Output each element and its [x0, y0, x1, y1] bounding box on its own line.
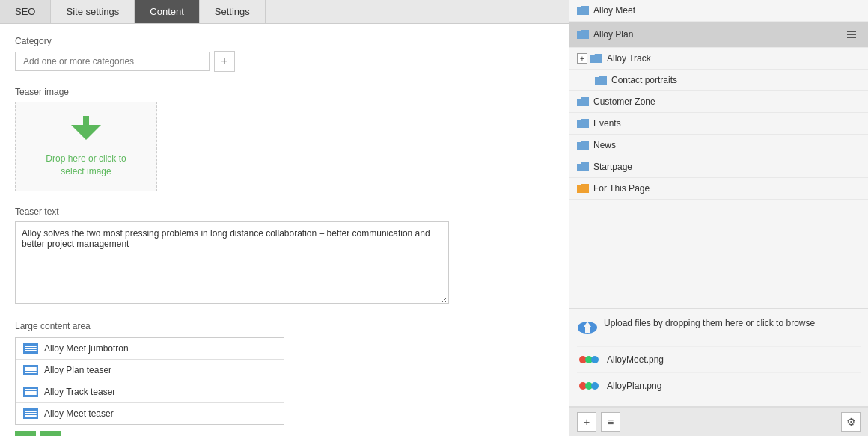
- tree-item-news[interactable]: News: [569, 135, 868, 156]
- block-icon-2: [23, 387, 38, 397]
- add-category-button[interactable]: +: [214, 51, 235, 72]
- block-icon-3: [23, 408, 38, 419]
- tree-label-alloy-track: Alloy Track: [607, 53, 651, 64]
- svg-point-14: [591, 382, 599, 390]
- add-block-button[interactable]: +: [15, 431, 36, 436]
- file-item-0[interactable]: AlloyMeet.png: [577, 346, 861, 372]
- tree-item-events[interactable]: Events: [569, 113, 868, 135]
- svg-marker-0: [71, 116, 101, 140]
- large-content-label: Large content area: [15, 321, 554, 331]
- block-icon-0: [23, 343, 38, 354]
- tree-label-alloy-meet: Alloy Meet: [593, 5, 635, 16]
- list-action-icon: [847, 30, 856, 39]
- block-label-0: Alloy Meet jumbotron: [44, 343, 129, 354]
- cloud-upload-icon: [577, 318, 598, 339]
- block-label-3: Alloy Meet teaser: [44, 408, 114, 419]
- folder-icon-news: [577, 141, 589, 150]
- tree-item-alloy-track[interactable]: + Alloy Track: [569, 48, 868, 70]
- teaser-image-label: Teaser image: [15, 87, 554, 97]
- drop-text-line2: select image: [61, 166, 111, 176]
- file-thumb-1: [577, 378, 601, 394]
- drop-text: Drop here or click to select image: [46, 153, 126, 178]
- folder-icon-alloy-plan: [577, 30, 589, 39]
- bottom-bar: + ≡ ⚙: [569, 407, 868, 436]
- folder-icon-startpage: [577, 162, 589, 171]
- tree-item-alloy-meet[interactable]: Alloy Meet: [569, 0, 868, 22]
- left-panel: SEO Site settings Content Settings Categ…: [0, 0, 569, 436]
- upload-text: Upload files by dropping them here or cl…: [604, 316, 815, 330]
- tabs-bar: SEO Site settings Content Settings: [0, 0, 569, 24]
- svg-rect-1: [847, 31, 856, 32]
- category-row: Category +: [15, 36, 554, 72]
- file-thumb-0: [577, 351, 601, 368]
- files-section: Upload files by dropping them here or cl…: [569, 309, 868, 407]
- teaser-text-row: Teaser text Alloy solves the two most pr…: [15, 206, 554, 306]
- tree-item-startpage[interactable]: Startpage: [569, 156, 868, 178]
- tree-label-alloy-plan: Alloy Plan: [593, 29, 633, 40]
- tree-item-for-this-page[interactable]: For This Page: [569, 178, 868, 200]
- content-area: Category + Teaser image Drop here or cli…: [0, 24, 569, 436]
- folder-icon-contact-portraits: [595, 76, 607, 85]
- content-blocks-list: Alloy Meet jumbotron Alloy Plan teaser: [15, 337, 284, 425]
- upload-area[interactable]: Upload files by dropping them here or cl…: [577, 316, 861, 339]
- tab-content[interactable]: Content: [135, 0, 200, 23]
- edit-block-button[interactable]: ✎: [40, 431, 61, 436]
- download-icon: [71, 115, 101, 147]
- block-label-1: Alloy Plan teaser: [44, 365, 111, 375]
- tree-label-customer-zone: Customer Zone: [593, 96, 655, 107]
- tree-label-events: Events: [593, 118, 621, 129]
- tree-label-for-this-page: For This Page: [593, 183, 650, 194]
- gear-settings-button[interactable]: ⚙: [841, 412, 861, 432]
- teaser-image-row: Teaser image Drop here or click to selec…: [15, 87, 554, 191]
- tree-item-customer-zone[interactable]: Customer Zone: [569, 91, 868, 113]
- block-label-2: Alloy Track teaser: [44, 387, 115, 397]
- folder-icon-customer-zone: [577, 97, 589, 106]
- file-item-1[interactable]: AlloyPlan.png: [577, 372, 861, 399]
- category-input[interactable]: [15, 52, 210, 71]
- category-label: Category: [15, 36, 554, 46]
- tree-item-alloy-plan[interactable]: Alloy Plan: [569, 22, 868, 48]
- file-name-1: AlloyPlan.png: [607, 381, 661, 391]
- list-view-button[interactable]: ≡: [601, 412, 620, 432]
- category-controls: +: [15, 51, 554, 72]
- tree-actions-alloy-plan[interactable]: [843, 27, 861, 42]
- block-item-0[interactable]: Alloy Meet jumbotron: [16, 338, 284, 360]
- tree-label-news: News: [593, 140, 616, 150]
- svg-rect-3: [847, 37, 856, 38]
- svg-rect-2: [847, 34, 856, 35]
- tree-label-contact-portraits: Contact portraits: [611, 75, 677, 85]
- expand-button-alloy-track[interactable]: +: [577, 53, 587, 64]
- tree-section: Alloy Meet Alloy Plan + Alloy Track: [569, 0, 868, 309]
- block-icon-1: [23, 365, 38, 375]
- drop-text-line1: Drop here or click to: [46, 153, 126, 164]
- block-item-3[interactable]: Alloy Meet teaser: [16, 403, 284, 424]
- tree-item-contact-portraits[interactable]: Contact portraits: [569, 70, 868, 91]
- svg-point-11: [591, 356, 599, 363]
- block-item-1[interactable]: Alloy Plan teaser: [16, 360, 284, 381]
- folder-icon-alloy-meet: [577, 6, 589, 15]
- add-item-button[interactable]: +: [577, 412, 596, 432]
- folder-icon-for-this-page: [577, 184, 589, 193]
- teaser-text-input[interactable]: Alloy solves the two most pressing probl…: [15, 221, 449, 304]
- tab-site-settings[interactable]: Site settings: [51, 0, 135, 23]
- block-item-2[interactable]: Alloy Track teaser: [16, 381, 284, 403]
- teaser-text-label: Teaser text: [15, 206, 554, 217]
- folder-icon-alloy-track: [590, 54, 602, 63]
- content-block-actions: + ✎: [15, 425, 554, 436]
- right-panel: Alloy Meet Alloy Plan + Alloy Track: [569, 0, 868, 436]
- large-content-row: Large content area Alloy Meet jumbotron: [15, 321, 554, 436]
- folder-icon-events: [577, 119, 589, 128]
- tab-seo[interactable]: SEO: [0, 0, 51, 23]
- tree-label-startpage: Startpage: [593, 162, 632, 172]
- file-name-0: AlloyMeet.png: [607, 354, 664, 365]
- tab-settings[interactable]: Settings: [200, 0, 266, 23]
- image-drop-zone[interactable]: Drop here or click to select image: [15, 102, 157, 191]
